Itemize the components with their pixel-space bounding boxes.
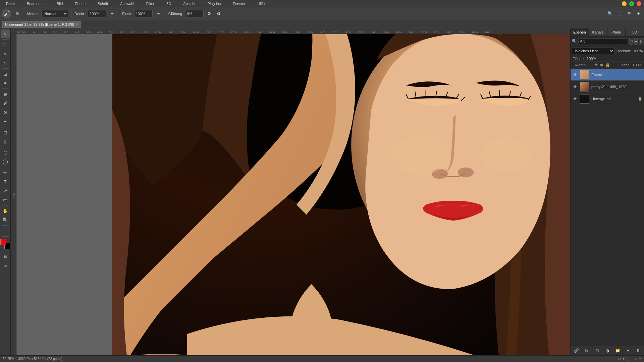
menu-datei[interactable]: Datei (3, 1, 18, 6)
fluss-input[interactable] (134, 10, 153, 17)
layer-item-photo[interactable]: 👁 pretty-2111499_1920 (571, 81, 644, 93)
menu-auswahl[interactable]: Auswahl (117, 1, 138, 6)
statusbar-icon-1[interactable]: ⊡ (618, 357, 621, 361)
type-filter-btn[interactable]: T (639, 38, 642, 45)
brush-preset-icon[interactable]: 🖌 (2, 9, 11, 18)
brush-tool[interactable]: 🖌 (1, 99, 10, 108)
menu-ansicht[interactable]: Ansicht (180, 1, 199, 6)
layer-item-ebene1[interactable]: 👁 Ebene 1 (571, 69, 644, 81)
pen-tool[interactable]: ✏ (1, 168, 10, 177)
menu-plugins[interactable]: Plug-ins (204, 1, 224, 6)
adjust-filter-btn[interactable]: ✦ (634, 38, 638, 45)
menu-3d[interactable]: 3D (163, 1, 174, 6)
lock-position-icon[interactable]: ✚ (594, 63, 598, 67)
glattung-label: Glättung: (168, 12, 183, 16)
move-tool[interactable]: ↖ (1, 29, 10, 38)
tool-separator-1 (2, 39, 9, 40)
menu-hilfe[interactable]: Hilfe (254, 1, 268, 6)
stamp-tool[interactable]: ⊘ (1, 108, 10, 117)
add-style-btn[interactable]: fx (582, 347, 591, 354)
glattung-settings-icon[interactable]: ⚙ (206, 10, 213, 17)
lock-all-icon[interactable]: 🔒 (605, 63, 610, 67)
blend-mode-select[interactable]: Weiches Licht (572, 48, 614, 54)
layer-visibility-hintergrund[interactable]: 👁 (573, 96, 578, 102)
pixel-filter-btn[interactable]: ⬚ (629, 38, 633, 45)
window-controls: − + × (622, 1, 641, 6)
link-layers-btn[interactable]: 🔗 (572, 347, 581, 354)
foreground-color-swatch[interactable] (0, 239, 6, 245)
text-tool[interactable]: T (1, 177, 10, 186)
lock-artboard-icon[interactable]: ⊕ (600, 63, 603, 67)
menu-fenster[interactable]: Fenster (229, 1, 249, 6)
shape-tool[interactable]: ▭ (1, 195, 10, 204)
tab-3d[interactable]: 3D (626, 28, 644, 36)
tab-pfade[interactable]: Pfade (607, 28, 626, 36)
extra-tools[interactable]: ··· (1, 227, 10, 235)
eraser-tool[interactable]: ◻ (1, 128, 10, 137)
modus-select[interactable]: Normal (41, 10, 68, 17)
add-group-btn[interactable]: 📁 (613, 347, 622, 354)
tab-close-button[interactable]: × (76, 22, 78, 26)
ruler-left: 200 100 0 100 200 300 400 500 600 700 80… (11, 34, 17, 355)
eyedropper-tool[interactable]: ✒ (1, 79, 10, 87)
tab-ebenen[interactable]: Ebenen (571, 28, 589, 36)
dodge-tool[interactable]: ◯ (1, 157, 10, 166)
minimize-button[interactable]: − (622, 1, 627, 6)
canvas-view[interactable] (17, 34, 570, 355)
statusbar-icon-3[interactable]: ⬚ (626, 357, 629, 361)
blur-tool[interactable]: ⬡ (1, 148, 10, 157)
menu-schrift[interactable]: Schrift (94, 1, 111, 6)
quick-mask-button[interactable]: ⊡ (1, 252, 10, 261)
hand-tool[interactable]: ✋ (1, 206, 10, 215)
layer-lock-icon: 🔒 (638, 97, 642, 101)
close-button[interactable]: × (637, 1, 641, 6)
deckr-label: Deckr.: (74, 12, 86, 16)
rectangular-marquee-tool[interactable]: ⬚ (1, 41, 10, 49)
layer-visibility-photo[interactable]: 👁 (573, 84, 578, 89)
quick-selection-tool[interactable]: ⊙ (1, 59, 10, 67)
tab-title: Unbenannt-1 bei 32,3% (Ebene 1, RGB/8) (5, 22, 74, 26)
deckr-icon[interactable]: ✦ (108, 10, 116, 17)
menu-bild[interactable]: Bild (53, 1, 66, 6)
ruler-top: 200 100 0 100 200 300 400 500 600 700 80… (11, 28, 570, 34)
menu-ebene[interactable]: Ebene (71, 1, 89, 6)
statusbar-icon-6[interactable]: ✦ (639, 357, 641, 361)
search-icon[interactable]: 🔍 (606, 10, 614, 17)
deckr-input[interactable] (88, 10, 106, 17)
history-brush-tool[interactable]: ↩ (1, 117, 10, 126)
document-tab[interactable]: Unbenannt-1 bei 32,3% (Ebene 1, RGB/8) × (1, 20, 82, 28)
tool-separator-7 (2, 205, 9, 205)
spot-healing-tool[interactable]: ⊕ (1, 90, 10, 99)
statusbar-icon-4[interactable]: ◻ (631, 357, 633, 361)
zoom-tool[interactable]: 🔍 (1, 216, 10, 224)
menu-bearbeiten[interactable]: Bearbeiten (23, 1, 48, 6)
maximize-button[interactable]: + (629, 1, 634, 6)
layers-kind-input[interactable] (578, 38, 628, 44)
layer-visibility-ebene1[interactable]: 👁 (573, 72, 578, 77)
gradient-tool[interactable]: ▒ (1, 137, 10, 146)
tab-kanale[interactable]: Kanäle (589, 28, 607, 36)
layer-item-hintergrund[interactable]: 👁 Hintergrund 🔒 (571, 93, 644, 105)
add-layer-btn[interactable]: + (624, 347, 633, 354)
main-area: ↖ ⬚ ∞ ⊙ ⊡ ✒ ⊕ 🖌 ⊘ ↩ ◻ ▒ ⬡ ◯ ✏ T ↗ ▭ ✋ 🔍 … (0, 28, 644, 355)
menu-filter[interactable]: Filter (143, 1, 158, 6)
extra-icon[interactable]: ⊕ (625, 10, 633, 17)
brush-size-icon[interactable]: ⊕ (13, 10, 21, 17)
layers-options: Weiches Licht Deckraft: 100% (571, 46, 644, 56)
glattung-extra-icon[interactable]: ♻ (215, 10, 222, 17)
screen-mode-button[interactable]: ▭ (1, 261, 10, 270)
lasso-tool[interactable]: ∞ (1, 50, 10, 58)
fluss-icon[interactable]: ✈ (155, 10, 162, 17)
delete-layer-btn[interactable]: 🗑 (634, 347, 643, 354)
adjust-icon[interactable]: ✦ (635, 10, 642, 17)
glattung-input[interactable] (185, 10, 204, 17)
lock-pixels-icon[interactable]: ⬚ (589, 63, 592, 67)
screen-mode-icon[interactable]: ⬚ (616, 10, 623, 17)
statusbar-icon-5[interactable]: ⊕ (635, 357, 637, 361)
add-mask-btn[interactable]: ⬡ (592, 347, 601, 354)
titlebar: Datei Bearbeiten Bild Ebene Schrift Ausw… (0, 0, 644, 7)
add-adjustment-btn[interactable]: ◑ (603, 347, 612, 354)
statusbar-icon-2[interactable]: ✦ (622, 357, 625, 361)
crop-tool[interactable]: ⊡ (1, 70, 10, 78)
path-selection-tool[interactable]: ↗ (1, 186, 10, 195)
